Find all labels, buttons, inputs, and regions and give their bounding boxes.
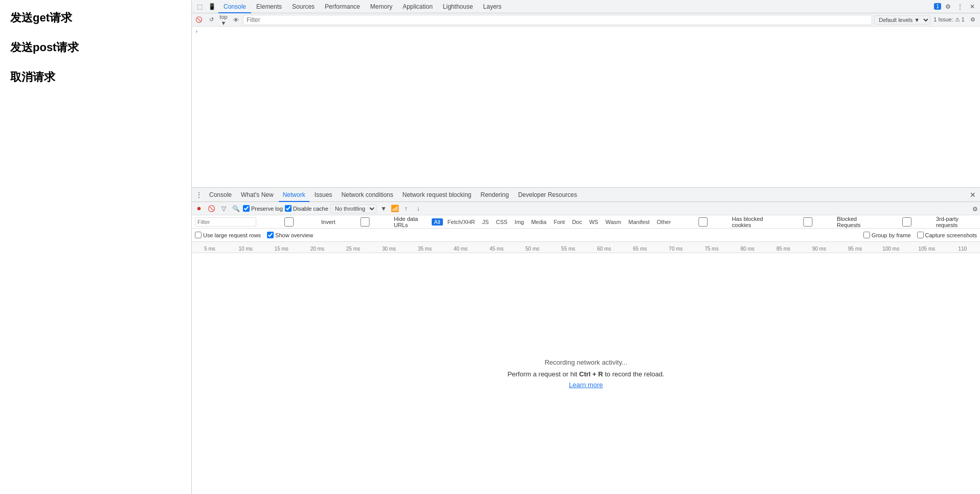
inspect-icon[interactable]: ⬚ bbox=[194, 1, 205, 12]
ban-icon[interactable]: 🚫 bbox=[194, 15, 204, 25]
third-party-label[interactable]: 3rd-party requests bbox=[879, 216, 977, 228]
nt-tab-developer-resources[interactable]: Developer Resources bbox=[514, 188, 581, 202]
right-options: Group by frame Capture screenshots bbox=[863, 232, 977, 238]
network-title-bar: ⋮ Console What's New Network Issues Netw… bbox=[192, 188, 980, 202]
timeline-tick: 35 ms bbox=[418, 246, 432, 252]
chip-doc[interactable]: Doc bbox=[569, 218, 585, 226]
group-by-frame-checkbox[interactable] bbox=[863, 232, 870, 238]
console-arrow[interactable]: › bbox=[195, 28, 198, 35]
timeline-tick: 105 ms bbox=[918, 246, 935, 252]
timeline-tick: 50 ms bbox=[525, 246, 539, 252]
console-settings-icon[interactable]: ⚙ bbox=[968, 15, 978, 25]
blocked-requests-checkbox[interactable] bbox=[781, 217, 836, 227]
show-overview-checkbox[interactable] bbox=[267, 232, 274, 238]
chip-img[interactable]: Img bbox=[512, 218, 526, 226]
more-options-icon[interactable]: ⋮ bbox=[954, 1, 966, 12]
console-filter-input[interactable] bbox=[243, 15, 872, 25]
eye-icon[interactable]: 👁 bbox=[231, 15, 241, 25]
network-content: Recording network activity... Perform a … bbox=[192, 253, 980, 494]
settings-icon[interactable]: ⚙ bbox=[942, 1, 953, 12]
nt-tab-network-conditions[interactable]: Network conditions bbox=[337, 188, 397, 202]
cancel-request-link[interactable]: 取消请求 bbox=[10, 70, 179, 85]
top-context-icon[interactable]: top ▼ bbox=[218, 15, 229, 25]
third-party-text: 3rd-party requests bbox=[936, 216, 977, 228]
search-icon[interactable]: 🔍 bbox=[231, 204, 241, 214]
nt-tab-network[interactable]: Network bbox=[279, 188, 309, 202]
device-icon[interactable]: 📱 bbox=[206, 1, 217, 12]
group-by-frame-label[interactable]: Group by frame bbox=[863, 232, 910, 238]
devtools-right-icons: 1 ⚙ ⋮ ✕ bbox=[934, 1, 978, 12]
throttle-down-icon[interactable]: ▼ bbox=[378, 204, 389, 214]
timeline-tick: 75 ms bbox=[705, 246, 719, 252]
record-hint-after: to record the reload. bbox=[603, 370, 664, 378]
preserve-log-label[interactable]: Preserve log bbox=[243, 205, 283, 212]
timeline-tick: 100 ms bbox=[882, 246, 899, 252]
capture-screenshots-label[interactable]: Capture screenshots bbox=[917, 232, 977, 238]
tab-application[interactable]: Application bbox=[397, 0, 438, 13]
has-blocked-cookies-checkbox[interactable] bbox=[676, 217, 731, 227]
network-settings-icon[interactable]: ⚙ bbox=[972, 206, 978, 213]
record-hint: Perform a request or hit Ctrl + R to rec… bbox=[507, 370, 664, 378]
timeline-tick: 70 ms bbox=[669, 246, 683, 252]
chip-fetch-xhr[interactable]: Fetch/XHR bbox=[445, 218, 478, 226]
chip-ws[interactable]: WS bbox=[587, 218, 601, 226]
tab-console[interactable]: Console bbox=[218, 0, 251, 13]
network-filter-bar: Invert Hide data URLs All Fetch/XHR JS C… bbox=[192, 215, 980, 229]
tab-memory[interactable]: Memory bbox=[365, 0, 397, 13]
record-icon[interactable]: ⏺ bbox=[194, 204, 204, 214]
tab-sources[interactable]: Sources bbox=[287, 0, 320, 13]
post-request-link[interactable]: 发送post请求 bbox=[10, 40, 179, 55]
network-dots-menu[interactable]: ⋮ bbox=[194, 190, 204, 200]
throttle-dropdown[interactable]: No throttling bbox=[330, 204, 376, 213]
tab-lighthouse[interactable]: Lighthouse bbox=[438, 0, 478, 13]
clear-icon[interactable]: 🚫 bbox=[206, 204, 216, 214]
left-options: Use large request rows Show overview bbox=[195, 232, 313, 238]
chip-other[interactable]: Other bbox=[654, 218, 674, 226]
capture-screenshots-checkbox[interactable] bbox=[917, 232, 924, 238]
preserve-log-checkbox[interactable] bbox=[243, 205, 250, 212]
invert-checkbox[interactable] bbox=[258, 217, 320, 227]
close-devtools-icon[interactable]: ✕ bbox=[967, 1, 978, 12]
invert-label[interactable]: Invert bbox=[258, 217, 336, 227]
nt-tab-console[interactable]: Console bbox=[205, 188, 236, 202]
show-overview-label[interactable]: Show overview bbox=[267, 232, 313, 238]
hide-data-urls-label[interactable]: Hide data URLs bbox=[338, 216, 430, 228]
get-request-link[interactable]: 发送get请求 bbox=[10, 10, 179, 26]
upload-icon[interactable]: ↑ bbox=[401, 204, 411, 214]
third-party-checkbox[interactable] bbox=[879, 217, 934, 227]
timeline-header: 5 ms10 ms15 ms20 ms25 ms30 ms35 ms40 ms4… bbox=[192, 242, 980, 253]
chip-wasm[interactable]: Wasm bbox=[603, 218, 624, 226]
use-large-rows-label[interactable]: Use large request rows bbox=[195, 232, 261, 238]
nt-tab-rendering[interactable]: Rendering bbox=[477, 188, 513, 202]
timeline-tick: 90 ms bbox=[812, 246, 826, 252]
issue-badge: 1 Issue: ⚠ 1 bbox=[933, 16, 965, 23]
disable-cache-label[interactable]: Disable cache bbox=[285, 205, 328, 212]
has-blocked-cookies-label[interactable]: Has blocked cookies bbox=[676, 216, 778, 228]
tab-elements[interactable]: Elements bbox=[251, 0, 287, 13]
chip-js[interactable]: JS bbox=[480, 218, 492, 226]
hide-data-urls-checkbox[interactable] bbox=[338, 217, 393, 227]
nt-tab-whats-new[interactable]: What's New bbox=[237, 188, 278, 202]
chip-css[interactable]: CSS bbox=[493, 218, 510, 226]
nt-tab-network-request-blocking[interactable]: Network request blocking bbox=[398, 188, 476, 202]
learn-more-link[interactable]: Learn more bbox=[569, 381, 603, 389]
chip-all[interactable]: All bbox=[432, 218, 443, 226]
default-levels-dropdown[interactable]: Default levels ▼ bbox=[874, 15, 930, 25]
close-network-panel-icon[interactable]: ✕ bbox=[968, 190, 978, 200]
disable-cache-text: Disable cache bbox=[293, 206, 328, 212]
refresh-icon[interactable]: ↺ bbox=[206, 15, 216, 25]
nt-tab-issues[interactable]: Issues bbox=[310, 188, 337, 202]
network-filter-input[interactable] bbox=[195, 217, 256, 227]
download-icon[interactable]: ↓ bbox=[413, 204, 424, 214]
chip-font[interactable]: Font bbox=[551, 218, 567, 226]
tab-performance[interactable]: Performance bbox=[320, 0, 365, 13]
tab-layers[interactable]: Layers bbox=[478, 0, 507, 13]
blocked-requests-label[interactable]: Blocked Requests bbox=[781, 216, 878, 228]
blocked-requests-text: Blocked Requests bbox=[837, 216, 877, 228]
use-large-rows-checkbox[interactable] bbox=[195, 232, 202, 238]
chip-manifest[interactable]: Manifest bbox=[626, 218, 652, 226]
disable-cache-checkbox[interactable] bbox=[285, 205, 292, 212]
filter-icon[interactable]: ▽ bbox=[218, 204, 229, 214]
page-content: 发送get请求 发送post请求 取消请求 bbox=[0, 0, 189, 494]
chip-media[interactable]: Media bbox=[528, 218, 549, 226]
